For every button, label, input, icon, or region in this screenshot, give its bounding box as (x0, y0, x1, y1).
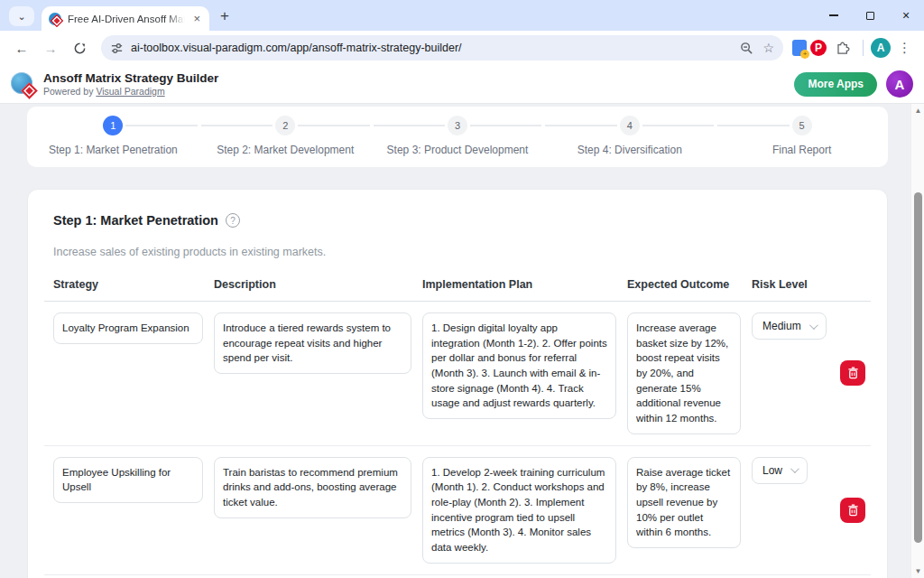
reload-button[interactable] (67, 35, 92, 61)
zoom-icon[interactable] (740, 42, 753, 55)
step-circle: 4 (620, 116, 640, 135)
pinterest-extension-icon[interactable]: P (810, 40, 827, 56)
visual-paradigm-link[interactable]: Visual Paradigm (96, 86, 164, 97)
step-label: Step 3: Product Development (387, 144, 529, 156)
scrollbar-up-arrow-icon[interactable]: ▲ (911, 107, 924, 115)
description-input[interactable]: Train baristas to recommend premium drin… (214, 457, 411, 518)
description-input[interactable]: Introduce a tiered rewards system to enc… (214, 312, 411, 374)
stepper: 1 Step 1: Market Penetration 2 Step 2: M… (27, 116, 888, 156)
new-tab-button[interactable]: + (220, 8, 229, 23)
column-header-outcome: Expected Outcome (627, 278, 752, 291)
step-label: Final Report (772, 144, 831, 156)
column-header-description: Description (214, 278, 422, 291)
browser-titlebar: ⌄ Free AI-Driven Ansoff Matrix Str × + × (0, 0, 924, 31)
help-icon[interactable]: ? (226, 213, 240, 228)
page-scrollbar[interactable]: ▲ ▼ (910, 104, 924, 578)
tab-search-chevron-icon[interactable]: ⌄ (9, 6, 34, 26)
stepper-card: 1 Step 1: Market Penetration 2 Step 2: M… (27, 107, 888, 167)
step-label: Step 2: Market Development (217, 144, 354, 156)
risk-level-value: Low (762, 464, 782, 477)
section-title: Step 1: Market Penetration (53, 213, 218, 228)
page-content: 1 Step 1: Market Penetration 2 Step 2: M… (0, 104, 924, 578)
toolbar-separator (863, 40, 864, 56)
stepper-step-3[interactable]: 3 Step 3: Product Development (372, 116, 544, 156)
step-circle: 2 (275, 116, 295, 135)
implementation-input[interactable]: 1. Develop 2-week training curriculum (M… (422, 457, 616, 564)
step-circle: 5 (792, 116, 812, 135)
column-header-risk: Risk Level (752, 278, 840, 291)
extension-blue-icon[interactable] (792, 40, 807, 56)
reload-icon (73, 42, 87, 55)
bookmark-star-icon[interactable]: ☆ (762, 41, 774, 55)
delete-row-button[interactable] (840, 498, 865, 523)
scrollbar-down-arrow-icon[interactable]: ▼ (911, 567, 924, 575)
risk-level-value: Medium (762, 320, 801, 332)
browser-toolbar: ← → ai-toolbox.visual-paradigm.com/app/a… (0, 31, 924, 65)
step1-card: Step 1: Market Penetration ? Increase sa… (27, 189, 888, 578)
tab-close-icon[interactable]: × (191, 12, 202, 25)
step-label: Step 1: Market Penetration (49, 144, 178, 156)
trash-icon (847, 504, 859, 517)
chevron-down-icon (790, 464, 799, 473)
section-subtitle: Increase sales of existing products in e… (53, 246, 871, 258)
window-minimize-button[interactable] (816, 0, 852, 31)
stepper-step-5[interactable]: 5 Final Report (716, 116, 888, 156)
extensions-puzzle-button[interactable] (830, 35, 855, 61)
window-close-button[interactable]: × (888, 0, 924, 31)
browser-profile-avatar[interactable]: A (871, 38, 891, 58)
tab-favicon-icon (49, 13, 61, 25)
maximize-icon (866, 12, 874, 20)
app-header: Ansoff Matrix Strategy Builder Powered b… (0, 65, 924, 104)
forward-button[interactable]: → (38, 35, 63, 61)
column-header-strategy: Strategy (53, 278, 214, 291)
site-settings-icon[interactable] (110, 42, 124, 55)
puzzle-icon (836, 41, 851, 56)
window-controls: × (816, 0, 924, 31)
minimize-icon (829, 14, 838, 15)
url-text: ai-toolbox.visual-paradigm.com/app/ansof… (131, 42, 733, 54)
powered-by: Powered by Visual Paradigm (43, 86, 218, 97)
more-apps-button[interactable]: More Apps (794, 72, 877, 97)
column-header-implementation: Implementation Plan (422, 278, 627, 291)
step-label: Step 4: Diversification (578, 144, 682, 156)
outcome-input[interactable]: Raise average ticket by 8%, increase ups… (627, 457, 741, 548)
outcome-input[interactable]: Increase average basket size by 12%, boo… (627, 312, 741, 434)
stepper-step-1[interactable]: 1 Step 1: Market Penetration (27, 116, 199, 156)
table-row: Employee Upskilling for Upsell Train bar… (44, 446, 871, 575)
table-header-row: Strategy Description Implementation Plan… (44, 278, 871, 302)
chevron-down-icon (809, 321, 818, 330)
step-circle: 3 (448, 116, 467, 135)
visual-paradigm-logo-icon (11, 72, 35, 97)
strategy-input[interactable]: Loyalty Program Expansion (53, 312, 203, 344)
window-maximize-button[interactable] (852, 0, 888, 31)
stepper-step-2[interactable]: 2 Step 2: Market Development (199, 116, 372, 156)
implementation-input[interactable]: 1. Design digital loyalty app integratio… (422, 312, 616, 419)
scrollbar-thumb[interactable] (914, 192, 922, 543)
user-avatar[interactable]: A (886, 70, 913, 98)
delete-row-button[interactable] (840, 360, 865, 386)
trash-icon (847, 367, 859, 379)
back-button[interactable]: ← (9, 35, 34, 61)
step-circle: 1 (103, 116, 123, 135)
powered-by-prefix: Powered by (43, 86, 96, 97)
close-icon: × (902, 9, 910, 22)
tab-title: Free AI-Driven Ansoff Matrix Str (68, 14, 185, 24)
strategy-input[interactable]: Employee Upskilling for Upsell (53, 457, 203, 503)
app-title: Ansoff Matrix Strategy Builder (43, 71, 218, 86)
risk-level-select[interactable]: Medium (752, 312, 827, 340)
risk-level-select[interactable]: Low (752, 457, 808, 484)
url-bar[interactable]: ai-toolbox.visual-paradigm.com/app/ansof… (101, 35, 783, 61)
browser-tab[interactable]: Free AI-Driven Ansoff Matrix Str × (42, 6, 209, 31)
stepper-step-4[interactable]: 4 Step 4: Diversification (543, 116, 716, 156)
browser-menu-kebab-icon[interactable]: ⋮ (894, 40, 915, 56)
table-row: Loyalty Program Expansion Introduce a ti… (44, 302, 871, 446)
